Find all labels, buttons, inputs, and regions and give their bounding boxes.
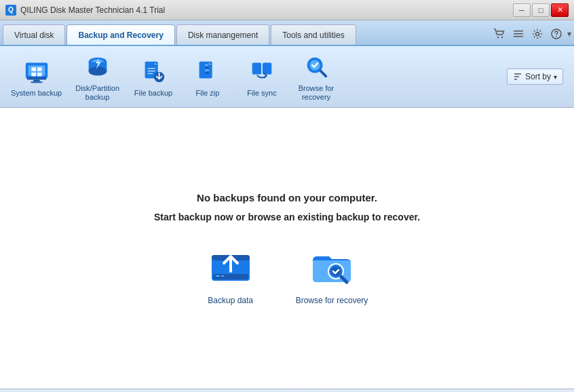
svg-point-5 [536, 33, 539, 36]
title-bar: Q QILING Disk Master Technician 4.1 Tria… [0, 0, 574, 20]
backup-data-label: Backup data [208, 296, 253, 305]
svg-rect-2 [514, 31, 523, 32]
empty-subtitle: Start backup now or browse an existing b… [154, 212, 420, 222]
app-icon: Q [5, 5, 16, 16]
toolbar-system-backup[interactable]: System backup [11, 56, 62, 98]
disk-partition-icon [83, 52, 113, 81]
toolbar-disk-partition-backup[interactable]: Disk/Partitionbackup [75, 52, 119, 102]
empty-state: No backups found on your computer. Start… [154, 192, 420, 305]
main-content: No backups found on your computer. Start… [0, 108, 574, 389]
sort-by-dropdown-icon: ▾ [554, 73, 557, 81]
svg-rect-27 [205, 66, 209, 68]
svg-rect-14 [37, 67, 42, 71]
browse-recovery-action-icon [307, 241, 356, 290]
tab-bar: Virtual disk Backup and Recovery Disk ma… [0, 20, 574, 46]
svg-rect-42 [221, 275, 224, 277]
svg-rect-11 [33, 79, 40, 81]
svg-rect-12 [31, 81, 42, 83]
browse-recovery-action-label: Browse for recovery [296, 296, 368, 305]
svg-point-19 [88, 66, 107, 75]
svg-rect-4 [514, 36, 523, 37]
toolbar-file-zip[interactable]: File zip [187, 56, 228, 98]
svg-point-7 [556, 36, 557, 37]
system-backup-icon [22, 56, 52, 86]
svg-rect-16 [37, 72, 42, 76]
close-button[interactable]: ✕ [551, 3, 569, 17]
file-backup-icon [138, 56, 168, 86]
minimize-button[interactable]: ─ [513, 3, 531, 17]
window-title: QILING Disk Master Technician 4.1 Trial [20, 5, 513, 15]
svg-rect-21 [147, 68, 155, 68]
action-buttons: Backup data B [206, 241, 368, 305]
sort-by-button[interactable]: Sort by ▾ [507, 68, 563, 85]
svg-rect-28 [205, 69, 209, 71]
list-icon[interactable] [510, 26, 527, 42]
cart-icon[interactable] [491, 26, 508, 42]
backup-data-action[interactable]: Backup data [206, 241, 255, 305]
file-backup-label: File backup [134, 89, 172, 98]
help-dropdown-icon[interactable]: ▾ [567, 29, 571, 39]
empty-title: No backups found on your computer. [197, 192, 377, 203]
file-zip-label: File zip [196, 89, 220, 98]
tab-virtual-disk[interactable]: Virtual disk [3, 24, 65, 45]
system-backup-label: System backup [11, 89, 62, 98]
svg-line-34 [321, 71, 326, 77]
status-bar: ℹ 30 days trial time remaining. Activate… [0, 389, 574, 392]
tab-icons: ▾ [491, 26, 571, 45]
svg-rect-41 [216, 275, 220, 277]
file-zip-icon [193, 56, 223, 86]
toolbar-browse-recovery[interactable]: Browse forrecovery [296, 52, 337, 102]
svg-rect-23 [147, 73, 153, 73]
browse-recovery-label: Browse forrecovery [299, 84, 334, 102]
toolbar: System backup Disk/Partitionbackup [0, 46, 574, 108]
svg-rect-31 [263, 62, 271, 74]
backup-data-icon [206, 241, 255, 290]
browse-recovery-icon [301, 52, 331, 81]
svg-point-0 [497, 37, 499, 38]
tab-disk-management[interactable]: Disk manangement [176, 24, 269, 45]
browse-recovery-action[interactable]: Browse for recovery [296, 241, 368, 305]
svg-rect-10 [26, 77, 46, 79]
help-icon[interactable] [548, 26, 565, 42]
svg-rect-15 [31, 72, 36, 76]
toolbar-file-sync[interactable]: File sync [242, 56, 282, 98]
svg-rect-3 [514, 33, 523, 35]
toolbar-file-backup[interactable]: File backup [133, 56, 174, 98]
tab-tools-utilities[interactable]: Tools and utilities [271, 24, 356, 45]
svg-rect-9 [28, 65, 45, 75]
tab-backup-recovery[interactable]: Backup and Recovery [66, 24, 174, 45]
file-sync-label: File sync [247, 89, 276, 98]
svg-rect-30 [252, 62, 261, 74]
svg-rect-13 [31, 67, 36, 71]
file-sync-icon [247, 56, 277, 86]
gear-icon[interactable] [529, 26, 546, 42]
svg-rect-22 [147, 71, 155, 71]
sort-icon [513, 72, 522, 81]
sort-by-label: Sort by [525, 72, 551, 81]
svg-point-1 [501, 37, 503, 38]
svg-rect-29 [205, 72, 209, 74]
disk-partition-label: Disk/Partitionbackup [75, 84, 119, 102]
window-controls: ─ □ ✕ [513, 3, 569, 17]
maximize-button[interactable]: □ [532, 3, 550, 17]
